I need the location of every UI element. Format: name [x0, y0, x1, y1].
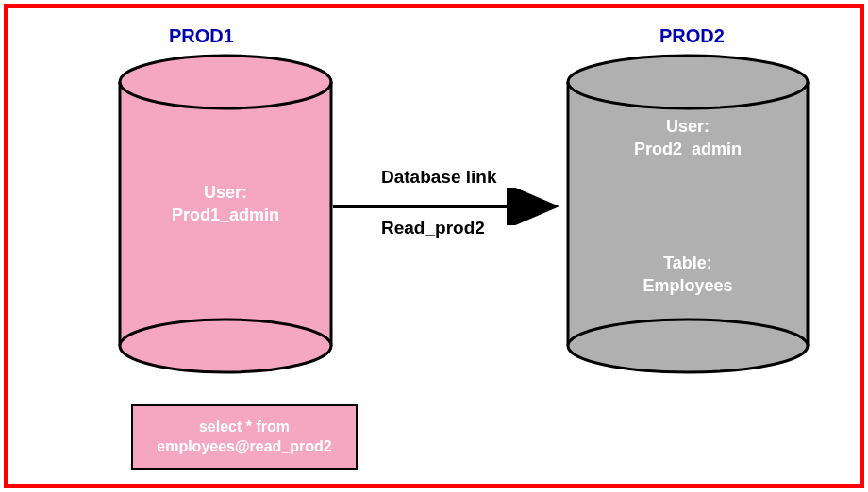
sql-line-2: employees@read_prod2	[157, 437, 331, 457]
db-right-table-value: Employees	[565, 274, 810, 297]
database-prod2: User: Prod2_admin Table: Employees	[565, 54, 810, 374]
sql-line-1: select * from	[157, 418, 331, 437]
diagram-frame: PROD1 PROD2 User: Prod1_admin User: Pr	[4, 4, 864, 488]
svg-point-4	[120, 320, 331, 372]
db-left-user-label: User:	[117, 181, 334, 204]
db-right-user-value: Prod2_admin	[565, 138, 810, 160]
cylinder-icon	[565, 54, 810, 374]
db-left-user-value: Prod1_admin	[117, 204, 334, 226]
link-label-bottom: Read_prod2	[381, 218, 485, 238]
db-right-user-label: User:	[565, 115, 810, 138]
db-right-table-label: Table:	[565, 252, 810, 274]
svg-point-9	[568, 320, 808, 372]
database-prod1: User: Prod1_admin	[117, 54, 334, 374]
link-label-top: Database link	[381, 167, 497, 188]
db-right-title: PROD2	[659, 25, 725, 47]
sql-query-box: select * from employees@read_prod2	[131, 404, 358, 470]
db-left-title: PROD1	[169, 25, 234, 47]
